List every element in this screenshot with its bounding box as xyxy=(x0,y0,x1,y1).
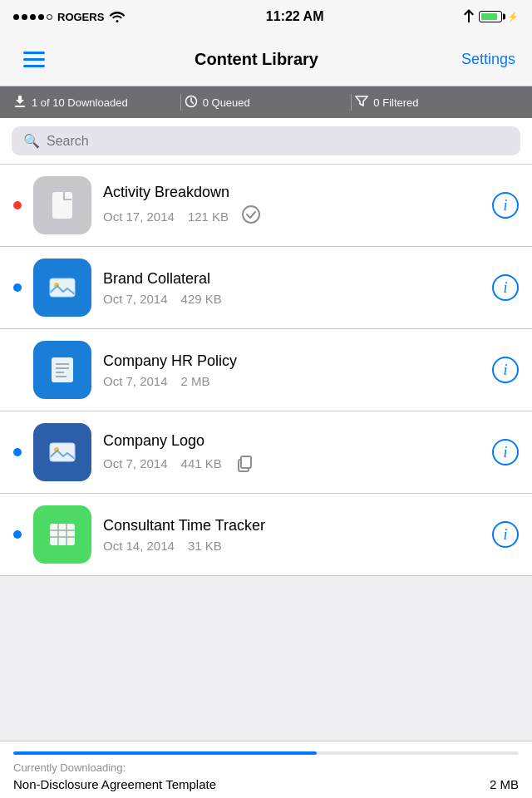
search-icon: 🔍 xyxy=(23,133,40,149)
bottom-download-bar: Currently Downloading: Non-Disclosure Ag… xyxy=(0,741,532,798)
bottom-row: Non-Disclosure Agreement Template 2 MB xyxy=(13,777,519,791)
item-icon xyxy=(33,423,91,481)
item-icon xyxy=(33,341,91,399)
info-button[interactable]: i xyxy=(492,192,519,219)
svg-rect-12 xyxy=(50,443,75,461)
item-title: Company HR Policy xyxy=(103,352,480,370)
downloading-filename: Non-Disclosure Agreement Template xyxy=(13,777,216,791)
menu-line-1 xyxy=(23,52,45,54)
filtered-status: 0 Filtered xyxy=(355,95,519,111)
item-meta-row: Oct 17, 2014121 KB xyxy=(103,205,480,228)
item-text: Consultant Time TrackerOct 14, 201431 KB xyxy=(103,517,480,553)
info-button[interactable]: i xyxy=(492,357,519,383)
search-input[interactable] xyxy=(47,134,509,149)
dot-indicator xyxy=(13,530,22,539)
item-icon xyxy=(33,176,91,234)
divider-1 xyxy=(180,94,181,111)
svg-rect-0 xyxy=(15,106,25,107)
svg-rect-16 xyxy=(241,456,251,468)
info-button[interactable]: i xyxy=(492,274,519,301)
content-list: Activity BreakdownOct 17, 2014121 KBi Br… xyxy=(0,165,532,576)
dot4 xyxy=(38,14,44,20)
item-size: 121 KB xyxy=(188,209,229,224)
dot-indicator xyxy=(13,283,22,292)
downloaded-status: 1 of 10 Downloaded xyxy=(13,95,177,111)
signal-dots xyxy=(13,14,52,20)
status-right: ⚡ xyxy=(464,9,519,25)
item-size: 31 KB xyxy=(188,539,222,553)
checkmark-icon xyxy=(242,205,260,228)
list-item: Brand CollateralOct 7, 2014429 KBi xyxy=(0,247,532,329)
filter-icon xyxy=(355,95,368,111)
item-date: Oct 17, 2014 xyxy=(103,209,175,224)
dot1 xyxy=(13,14,19,20)
svg-rect-2 xyxy=(52,192,72,219)
item-date: Oct 7, 2014 xyxy=(103,374,168,388)
item-size: 2 MB xyxy=(181,374,210,388)
item-size: 429 KB xyxy=(181,292,222,306)
copy-icon xyxy=(235,454,254,472)
carrier-label: ROGERS xyxy=(57,11,104,23)
search-input-wrap: 🔍 xyxy=(12,126,520,155)
list-item: Company LogoOct 7, 2014441 KB i xyxy=(0,411,532,494)
item-text: Company LogoOct 7, 2014441 KB xyxy=(103,432,480,472)
item-meta-row: Oct 7, 20142 MB xyxy=(103,374,480,388)
dot-indicator xyxy=(13,201,22,209)
item-title: Brand Collateral xyxy=(103,270,480,288)
queued-label: 0 Queued xyxy=(203,96,250,109)
status-strip: 1 of 10 Downloaded 0 Queued 0 Filtered xyxy=(0,86,532,118)
list-item: Company HR PolicyOct 7, 20142 MBi xyxy=(0,329,532,411)
filtered-label: 0 Filtered xyxy=(373,96,418,109)
search-container: 🔍 xyxy=(0,118,532,165)
location-icon xyxy=(464,9,474,25)
item-text: Company HR PolicyOct 7, 20142 MB xyxy=(103,352,480,388)
divider-2 xyxy=(351,94,352,111)
info-button[interactable]: i xyxy=(492,439,519,466)
list-item: Consultant Time TrackerOct 14, 201431 KB… xyxy=(0,494,532,576)
item-icon xyxy=(33,505,91,564)
currently-downloading-label: Currently Downloading: xyxy=(13,761,519,774)
bolt-icon: ⚡ xyxy=(507,12,519,22)
wifi-icon xyxy=(109,9,126,25)
status-left: ROGERS xyxy=(13,9,126,25)
item-date: Oct 7, 2014 xyxy=(103,292,168,306)
item-size: 441 KB xyxy=(181,456,222,470)
progress-fill xyxy=(13,751,317,755)
svg-rect-7 xyxy=(52,357,73,382)
svg-rect-4 xyxy=(50,278,75,297)
item-meta-row: Oct 14, 201431 KB xyxy=(103,539,480,553)
page-title: Content Library xyxy=(195,50,318,69)
item-text: Brand CollateralOct 7, 2014429 KB xyxy=(103,270,480,306)
battery-icon xyxy=(479,11,502,22)
settings-button[interactable]: Settings xyxy=(461,51,515,68)
progress-bar xyxy=(13,751,519,755)
menu-line-2 xyxy=(23,58,45,61)
downloading-size: 2 MB xyxy=(490,777,519,791)
battery-fill xyxy=(481,13,497,20)
item-meta-row: Oct 7, 2014429 KB xyxy=(103,292,480,306)
clock-icon xyxy=(185,95,198,111)
queued-status: 0 Queued xyxy=(185,95,348,111)
downloaded-label: 1 of 10 Downloaded xyxy=(32,96,128,109)
item-title: Activity Breakdown xyxy=(103,184,480,201)
item-date: Oct 7, 2014 xyxy=(103,456,168,470)
menu-line-3 xyxy=(23,65,45,67)
item-title: Company Logo xyxy=(103,432,480,450)
status-time: 11:22 AM xyxy=(266,9,324,24)
dot5 xyxy=(47,14,52,20)
list-item: Activity BreakdownOct 17, 2014121 KBi xyxy=(0,165,532,247)
status-bar: ROGERS 11:22 AM ⚡ xyxy=(0,0,532,33)
download-icon xyxy=(13,95,27,111)
item-text: Activity BreakdownOct 17, 2014121 KB xyxy=(103,184,480,228)
dot3 xyxy=(30,14,36,20)
navigation-bar: Content Library Settings xyxy=(0,33,532,86)
item-title: Consultant Time Tracker xyxy=(103,517,480,534)
item-meta-row: Oct 7, 2014441 KB xyxy=(103,454,480,472)
menu-button[interactable] xyxy=(17,45,52,74)
item-icon xyxy=(33,259,91,317)
dot-indicator xyxy=(13,448,22,456)
svg-point-3 xyxy=(243,206,259,223)
svg-rect-17 xyxy=(50,524,75,545)
dot-indicator xyxy=(13,366,22,374)
info-button[interactable]: i xyxy=(492,521,519,548)
